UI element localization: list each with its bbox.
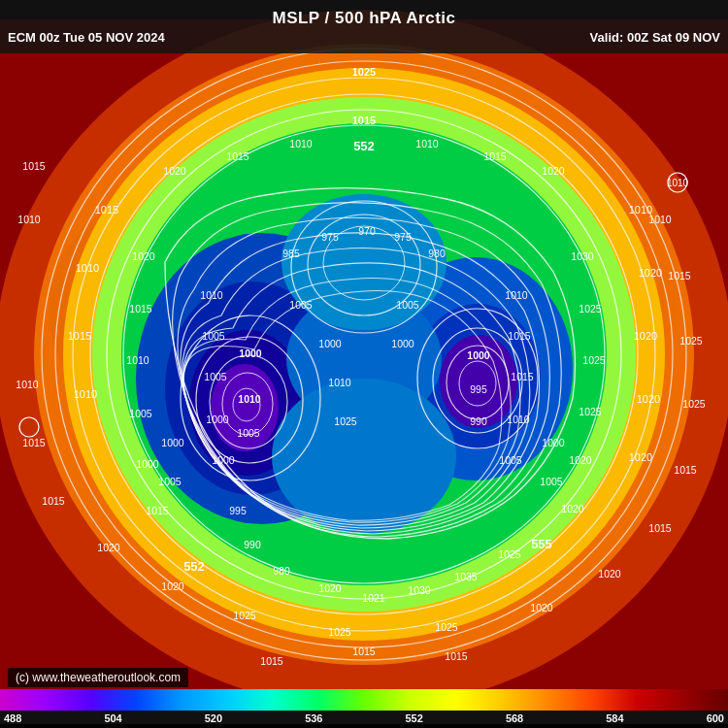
svg-text:1020: 1020	[637, 393, 660, 405]
svg-text:1030: 1030	[571, 250, 594, 262]
svg-text:1020: 1020	[132, 250, 155, 262]
svg-text:1015: 1015	[674, 464, 697, 476]
svg-text:995: 995	[470, 383, 487, 395]
colorbar-tick-label: 536	[305, 712, 322, 724]
svg-text:1000: 1000	[239, 347, 262, 359]
svg-text:1020: 1020	[569, 454, 592, 466]
svg-text:1015: 1015	[260, 655, 283, 667]
colorbar-tick-label: 552	[406, 712, 423, 724]
svg-text:1020: 1020	[97, 542, 120, 553]
weather-map: 1025 1015 1010 1015 1010 1010 1020 1020 …	[0, 0, 728, 728]
svg-text:1015: 1015	[129, 303, 152, 314]
svg-text:1020: 1020	[561, 503, 584, 514]
svg-text:1015: 1015	[352, 645, 376, 657]
svg-text:1000: 1000	[318, 338, 342, 349]
colorbar-tick-label: 600	[707, 712, 724, 724]
svg-text:1015: 1015	[226, 150, 249, 162]
svg-text:1005: 1005	[237, 427, 260, 439]
svg-text:1000: 1000	[136, 458, 159, 470]
svg-text:1000: 1000	[161, 437, 184, 448]
svg-text:1005: 1005	[204, 371, 227, 382]
svg-text:1000: 1000	[391, 338, 414, 349]
svg-text:970: 970	[358, 225, 376, 237]
svg-text:1025: 1025	[233, 610, 256, 621]
svg-text:1021: 1021	[362, 592, 385, 604]
svg-text:1025: 1025	[352, 66, 376, 78]
valid-time: Valid: 00Z Sat 09 NOV	[590, 30, 720, 45]
colorbar: 488504520536552568584600	[0, 689, 728, 728]
colorbar-tick-label: 488	[4, 712, 21, 724]
svg-text:1020: 1020	[530, 602, 553, 613]
svg-text:1005: 1005	[289, 299, 313, 311]
svg-text:1035: 1035	[454, 571, 478, 582]
svg-text:1010: 1010	[415, 138, 439, 149]
svg-text:1005: 1005	[499, 454, 522, 466]
svg-text:1010: 1010	[238, 393, 261, 405]
colorbar-tick-label: 568	[506, 712, 523, 724]
svg-text:975: 975	[394, 231, 412, 243]
header-bar: MSLP / 500 hPA Arctic ECM 00z Tue 05 NOV…	[0, 0, 728, 53]
svg-text:1005: 1005	[540, 476, 563, 487]
svg-text:1010: 1010	[648, 214, 672, 225]
subtitle-row: ECM 00z Tue 05 NOV 2024 Valid: 00Z Sat 0…	[0, 30, 728, 45]
svg-text:980: 980	[428, 248, 446, 259]
svg-text:555: 555	[531, 537, 552, 551]
colorbar-tick-label: 520	[205, 712, 222, 724]
svg-text:990: 990	[470, 415, 487, 427]
colorbar-tick-label: 584	[606, 712, 623, 724]
svg-text:995: 995	[229, 505, 247, 516]
svg-text:1025: 1025	[328, 626, 351, 638]
svg-text:1015: 1015	[146, 505, 169, 516]
model-info: ECM 00z Tue 05 NOV 2024	[8, 30, 165, 45]
copyright-box: (c) www.theweatheroutlook.com	[8, 668, 188, 687]
svg-text:1020: 1020	[629, 451, 652, 463]
svg-text:980: 980	[273, 565, 290, 577]
svg-text:1005: 1005	[158, 476, 182, 487]
svg-text:1000: 1000	[212, 454, 235, 466]
svg-text:552: 552	[183, 559, 205, 574]
svg-text:552: 552	[353, 139, 375, 153]
svg-text:985: 985	[282, 248, 300, 259]
colorbar-labels: 488504520536552568584600	[0, 711, 728, 724]
svg-text:1015: 1015	[22, 437, 46, 448]
svg-text:1025: 1025	[679, 335, 703, 347]
svg-text:1030: 1030	[408, 584, 431, 596]
svg-text:1010: 1010	[289, 138, 313, 149]
copyright-text: (c) www.theweatheroutlook.com	[16, 671, 181, 684]
svg-text:1005: 1005	[129, 408, 152, 419]
svg-text:1010: 1010	[16, 379, 39, 390]
svg-text:1010: 1010	[126, 354, 149, 366]
svg-text:1010: 1010	[328, 377, 351, 388]
svg-text:1020: 1020	[634, 330, 657, 342]
svg-text:1015: 1015	[668, 270, 691, 281]
svg-text:1000: 1000	[206, 414, 229, 425]
svg-text:990: 990	[244, 539, 261, 550]
svg-text:1010: 1010	[505, 289, 528, 301]
chart-title: MSLP / 500 hPA Arctic	[272, 9, 455, 28]
svg-text:1015: 1015	[508, 330, 531, 342]
svg-text:1010: 1010	[200, 289, 223, 301]
svg-text:1015: 1015	[648, 522, 672, 534]
svg-text:1020: 1020	[163, 165, 186, 177]
colorbar-gradient	[0, 689, 728, 711]
svg-text:1020: 1020	[598, 568, 621, 579]
svg-text:1025: 1025	[682, 398, 706, 410]
svg-text:1020: 1020	[318, 582, 342, 594]
svg-text:1000: 1000	[467, 349, 490, 361]
svg-text:1025: 1025	[582, 354, 606, 366]
svg-text:1020: 1020	[639, 267, 662, 279]
svg-text:1010: 1010	[667, 178, 689, 188]
svg-text:975: 975	[321, 231, 339, 243]
svg-text:1025: 1025	[579, 303, 602, 314]
svg-text:1025: 1025	[435, 621, 458, 633]
svg-text:1000: 1000	[542, 437, 565, 448]
svg-text:1025: 1025	[334, 415, 357, 427]
svg-text:1015: 1015	[352, 115, 376, 126]
svg-text:1010: 1010	[507, 414, 530, 425]
svg-text:1015: 1015	[68, 330, 91, 342]
svg-text:1015: 1015	[511, 371, 534, 382]
svg-text:1010: 1010	[76, 262, 99, 274]
svg-text:1015: 1015	[42, 495, 65, 507]
colorbar-tick-label: 504	[104, 712, 121, 724]
svg-text:1020: 1020	[161, 580, 184, 592]
